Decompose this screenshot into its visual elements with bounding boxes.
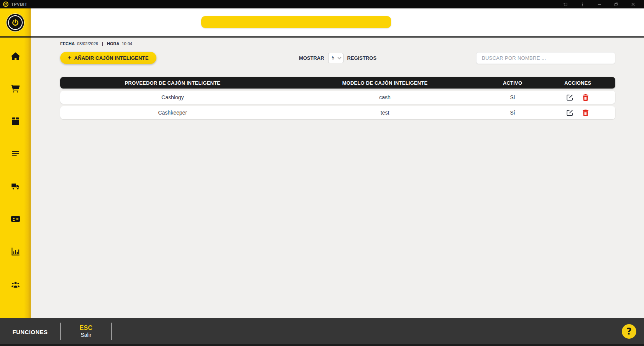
funciones-button[interactable]: FUNCIONES: [0, 318, 60, 346]
time-label: HORA: [107, 41, 119, 46]
header-divider: [0, 36, 644, 38]
cell-activo: Sí: [485, 94, 540, 100]
col-header-modelo: MODELO DE CAJÓN INTELIGENTE: [285, 80, 485, 86]
cell-activo: Sí: [485, 110, 540, 116]
chevron-down-icon: [337, 56, 341, 59]
main-content: FECHA 03/02/2026 | HORA 10:04 + AÑADIR C…: [31, 38, 644, 318]
sidebar-item-orders[interactable]: [11, 149, 20, 158]
sidebar-item-products[interactable]: [11, 116, 20, 126]
records-label: REGISTROS: [347, 55, 377, 61]
power-button[interactable]: [7, 14, 24, 31]
minimize-icon[interactable]: [593, 0, 605, 8]
bottom-bar: FUNCIONES ESC Salir ?: [0, 318, 644, 346]
app-logo-power-icon: [3, 2, 8, 7]
app-title: TPVBIT: [11, 2, 27, 7]
cell-proveedor: Cashkeeper: [60, 110, 285, 116]
delete-icon[interactable]: [582, 94, 589, 101]
toolbar: + AÑADIR CAJÓN INTELIGENTE MOSTRAR 5 REG…: [60, 52, 615, 64]
reload-icon[interactable]: [560, 0, 571, 8]
power-icon: [8, 15, 23, 30]
users-icon: [11, 280, 20, 289]
records-per-page-select[interactable]: 5: [328, 53, 343, 63]
search-input[interactable]: [476, 52, 615, 64]
shopping-cart-icon: [11, 84, 20, 93]
col-header-acciones: ACCIONES: [540, 80, 615, 86]
date-value: 03/02/2026: [77, 41, 98, 46]
table-row: Cashlogy cash Sí: [60, 91, 615, 104]
esc-exit-button[interactable]: ESC Salir: [61, 318, 111, 346]
smart-drawers-table: PROVEEDOR DE CAJÓN INTELIGENTE MODELO DE…: [60, 77, 615, 119]
col-header-proveedor: PROVEEDOR DE CAJÓN INTELIGENTE: [60, 80, 285, 86]
add-smart-drawer-button[interactable]: + AÑADIR CAJÓN INTELIGENTE: [60, 52, 156, 64]
esc-key-label: ESC: [80, 325, 93, 331]
delete-icon[interactable]: [582, 110, 589, 116]
cell-proveedor: Cashlogy: [60, 94, 285, 100]
home-icon: [11, 52, 20, 61]
plus-icon: +: [68, 55, 72, 61]
sidebar-item-users[interactable]: [11, 279, 20, 289]
sidebar-item-home[interactable]: [11, 51, 20, 61]
date-time-separator: |: [102, 41, 103, 46]
cell-modelo: test: [285, 110, 485, 116]
table-header-row: PROVEEDOR DE CAJÓN INTELIGENTE MODELO DE…: [60, 77, 615, 89]
sidebar-item-reports[interactable]: [11, 247, 20, 256]
sidebar: [0, 8, 31, 318]
restore-window-icon[interactable]: [610, 0, 622, 8]
box-icon: [11, 117, 20, 126]
kebab-menu-icon[interactable]: [577, 0, 588, 8]
cell-modelo: cash: [285, 94, 485, 100]
bottom-edge-strip: [0, 344, 644, 346]
edit-icon[interactable]: [567, 110, 573, 116]
show-label: MOSTRAR: [299, 55, 324, 61]
date-label: FECHA: [60, 41, 75, 46]
sidebar-item-suppliers[interactable]: [11, 182, 20, 191]
add-button-label: AÑADIR CAJÓN INTELIGENTE: [74, 55, 149, 61]
time-value: 10:04: [122, 41, 132, 46]
truck-icon: [11, 182, 20, 191]
bar-chart-icon: [11, 247, 20, 256]
cell-acciones: [540, 110, 615, 116]
titlebar: TPVBIT: [0, 0, 644, 8]
address-card-icon: [11, 215, 20, 223]
list-icon: [11, 149, 20, 158]
sidebar-item-sales[interactable]: [11, 84, 20, 93]
header-yellow-bar: [201, 16, 391, 28]
edit-icon[interactable]: [567, 94, 573, 101]
col-header-activo: ACTIVO: [485, 80, 540, 86]
table-row: Cashkeeper test Sí: [60, 106, 615, 119]
esc-action-label: Salir: [80, 332, 91, 338]
sidebar-item-customers[interactable]: [11, 214, 20, 223]
date-time-row: FECHA 03/02/2026 | HORA 10:04: [60, 41, 615, 46]
help-button[interactable]: ?: [622, 324, 636, 339]
close-icon[interactable]: [627, 0, 639, 8]
cell-acciones: [540, 94, 615, 101]
records-per-page-value: 5: [332, 55, 335, 61]
